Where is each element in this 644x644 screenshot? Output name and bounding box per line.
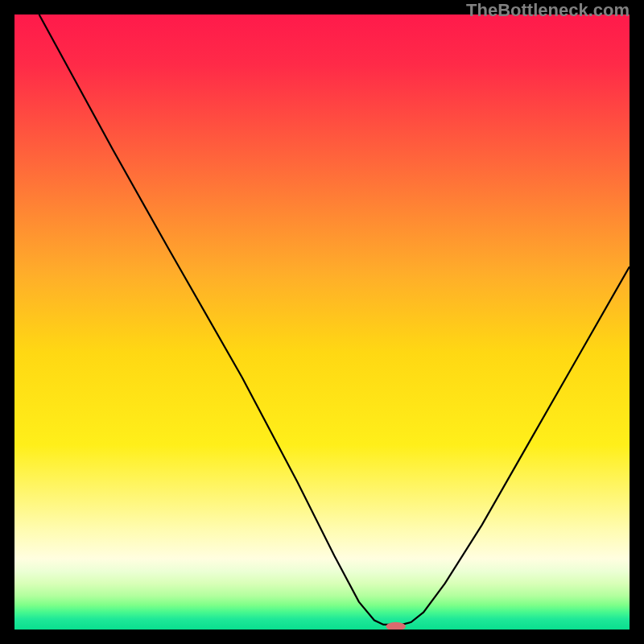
chart-container: TheBottleneck.com [0, 0, 644, 644]
gradient-background [14, 14, 630, 630]
chart-svg [14, 14, 630, 630]
plot-area [14, 14, 630, 630]
watermark-text: TheBottleneck.com [466, 0, 630, 21]
